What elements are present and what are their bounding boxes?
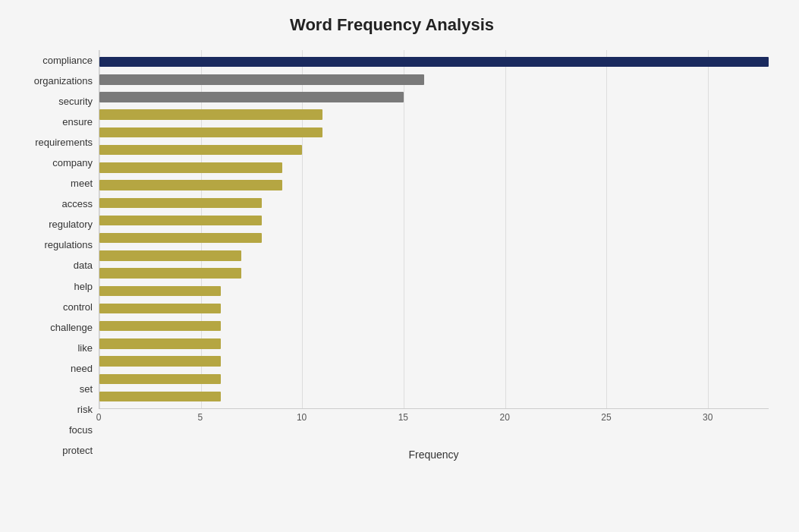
bars-wrapper [99, 50, 769, 408]
bar-row [99, 159, 769, 176]
bar [99, 304, 221, 313]
y-axis-label: help [74, 282, 93, 291]
bar [99, 392, 221, 401]
y-axis-label: focus [69, 425, 93, 435]
bar [99, 233, 262, 243]
bar-row [99, 106, 769, 124]
bar-row [99, 176, 769, 194]
x-tick-label: 25 [601, 412, 611, 423]
y-axis-label: access [62, 199, 93, 209]
y-axis-label: need [71, 364, 93, 373]
bar-row [99, 317, 769, 335]
chart-area: complianceorganizationssecurityensurereq… [15, 50, 769, 461]
bar [99, 145, 302, 155]
y-axis-label: security [58, 96, 93, 106]
y-axis-label: requirements [35, 137, 93, 147]
bar [99, 356, 221, 366]
bar-row [99, 229, 769, 247]
y-axis-label: like [77, 343, 93, 353]
x-tick-label: 20 [499, 412, 509, 423]
y-axis-label: meet [71, 178, 93, 188]
bar-row [99, 335, 769, 352]
bars-section [99, 50, 769, 409]
bar [99, 286, 221, 296]
bar-row [99, 194, 769, 212]
y-axis-label: ensure [62, 117, 93, 127]
bar-row [99, 88, 769, 105]
bar [99, 92, 404, 102]
bar [99, 374, 221, 384]
y-axis-label: challenge [50, 323, 93, 332]
y-axis-labels: complianceorganizationssecurityensurereq… [15, 50, 99, 461]
x-axis: 051015202530 [99, 409, 769, 432]
bar-row [99, 264, 769, 282]
chart-container: Word Frequency Analysis complianceorgani… [0, 0, 799, 532]
bar [99, 127, 322, 137]
x-axis-label: Frequency [99, 449, 769, 461]
bar-row [99, 247, 769, 264]
bar-row [99, 300, 769, 317]
bar [99, 216, 262, 225]
x-tick-label: 10 [297, 412, 307, 423]
bar [99, 198, 262, 208]
bar [99, 250, 241, 260]
y-axis-label: control [63, 302, 93, 312]
y-axis-label: set [80, 384, 93, 394]
y-axis-label: organizations [34, 76, 93, 86]
y-axis-label: data [74, 260, 93, 270]
bar-row [99, 370, 769, 388]
y-axis-label: company [52, 158, 93, 168]
x-tick-label: 0 [96, 412, 102, 423]
y-axis-label: risk [77, 405, 93, 414]
bar-row [99, 71, 769, 88]
bars-and-xaxis: 051015202530 Frequency [99, 50, 769, 461]
bar [99, 74, 424, 84]
y-axis-label: compliance [42, 55, 93, 65]
bar [99, 109, 322, 119]
bar-row [99, 124, 769, 141]
bar [99, 338, 221, 348]
bar [99, 321, 221, 331]
y-axis-label: protect [62, 445, 93, 455]
bar-row [99, 141, 769, 159]
bar [99, 180, 282, 190]
bar [99, 57, 769, 67]
bar-row [99, 352, 769, 370]
bar [99, 162, 282, 172]
y-axis-label: regulatory [49, 219, 93, 229]
bar [99, 268, 241, 278]
bar-row [99, 388, 769, 405]
chart-title: Word Frequency Analysis [15, 15, 769, 35]
x-tick-label: 30 [703, 412, 712, 423]
bar-row [99, 282, 769, 300]
bar-row [99, 212, 769, 229]
x-tick-label: 5 [197, 412, 203, 423]
y-axis-label: regulations [44, 240, 93, 250]
bar-row [99, 53, 769, 71]
x-tick-label: 15 [398, 412, 408, 423]
